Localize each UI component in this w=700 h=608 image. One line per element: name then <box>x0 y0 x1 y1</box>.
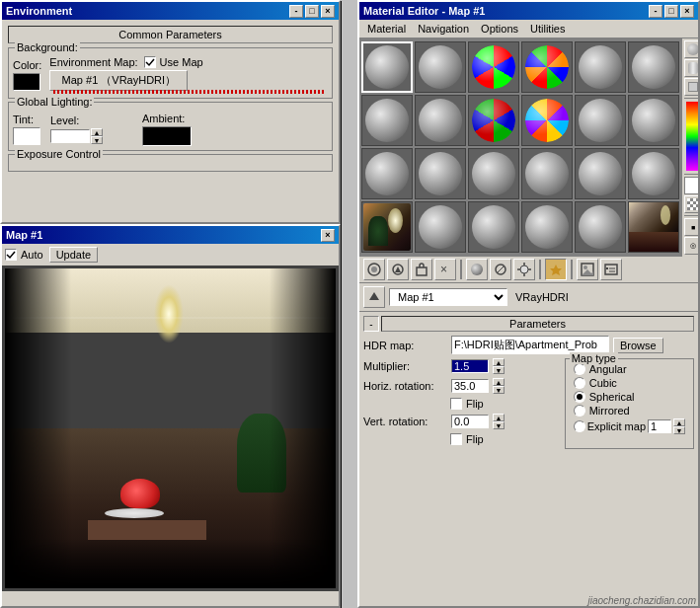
ambient-swatch[interactable] <box>142 126 192 146</box>
multiplier-label: Multiplier: <box>363 360 447 372</box>
angular-radio[interactable] <box>574 363 585 375</box>
mirrored-label: Mirrored <box>589 405 630 417</box>
params-collapse-btn[interactable]: - <box>363 316 379 332</box>
get-material-btn[interactable] <box>363 259 385 280</box>
sphere-cell-3-3[interactable] <box>521 201 573 253</box>
auto-checkbox[interactable] <box>5 249 17 261</box>
menu-utilities[interactable]: Utilities <box>524 21 571 37</box>
sphere-cell-2-5[interactable] <box>628 148 679 199</box>
mat-close-btn[interactable]: × <box>680 5 694 18</box>
reset-btn[interactable]: × <box>434 259 456 280</box>
horiz-up-btn[interactable]: ▲ <box>493 378 505 386</box>
sphere-cell-2-1[interactable] <box>415 148 466 199</box>
sphere-cell-0-0[interactable] <box>361 41 413 93</box>
use-map-checkbox[interactable] <box>144 56 156 68</box>
put-to-scene-btn[interactable] <box>387 259 409 280</box>
menu-material[interactable]: Material <box>361 21 412 37</box>
goto-parent-btn[interactable] <box>363 286 385 308</box>
horiz-rot-input[interactable] <box>451 379 489 393</box>
sphere-cell-1-3[interactable] <box>521 95 573 146</box>
assign-btn[interactable] <box>411 259 432 280</box>
sphere-preview-btn[interactable] <box>684 40 698 58</box>
color-strip[interactable] <box>686 102 699 171</box>
show-map-btn[interactable] <box>577 259 598 280</box>
update-btn[interactable]: Update <box>49 247 98 263</box>
cubic-radio[interactable] <box>574 377 585 389</box>
sphere-cell-2-2[interactable] <box>468 148 519 199</box>
env-minimize-btn[interactable]: - <box>289 5 303 18</box>
level-up-btn[interactable]: ▲ <box>91 128 103 136</box>
sphere-cell-0-3[interactable] <box>521 41 573 93</box>
horiz-down-btn[interactable]: ▼ <box>493 386 505 394</box>
cylinder-preview-btn[interactable] <box>684 59 698 77</box>
vert-rot-input[interactable] <box>451 415 489 428</box>
mult-down-btn[interactable]: ▼ <box>493 366 505 374</box>
box-preview-btn[interactable] <box>684 78 698 96</box>
sphere-cell-0-2[interactable] <box>468 41 519 93</box>
sphere-cell-1-5[interactable] <box>628 95 679 146</box>
sphere-cell-0-5[interactable] <box>628 41 679 93</box>
vert-down-btn[interactable]: ▼ <box>493 421 505 429</box>
env-maximize-btn[interactable]: □ <box>305 5 319 18</box>
sphere-3-1 <box>419 205 462 249</box>
level-spinner: ▲ ▼ <box>91 128 103 144</box>
level-input[interactable]: 1.0 <box>50 129 90 143</box>
backlight-btn[interactable] <box>513 259 535 280</box>
sphere-cell-3-5[interactable] <box>628 201 679 253</box>
env-title-bar: Environment - □ × <box>2 2 339 20</box>
explicit-radio[interactable] <box>574 420 585 432</box>
mat-minimize-btn[interactable]: - <box>649 5 662 18</box>
sphere-cell-1-4[interactable] <box>575 95 626 146</box>
options-btn-1[interactable]: ■ <box>684 218 698 236</box>
svg-text:×: × <box>440 263 447 276</box>
map-close-btn[interactable]: × <box>321 229 335 242</box>
bg-checker-btn[interactable] <box>684 195 698 213</box>
sphere-btn[interactable] <box>466 259 488 280</box>
mat-main-content: Material Navigation Options Utilities <box>359 20 698 606</box>
sphere-cell-1-0[interactable] <box>361 95 413 146</box>
sphere-cell-2-0[interactable] <box>361 148 413 199</box>
highlight-btn[interactable] <box>545 259 567 280</box>
sphere-cell-3-2[interactable] <box>468 201 519 253</box>
sphere-cell-0-1[interactable] <box>415 41 466 93</box>
map-btn[interactable]: Map #1 （VRayHDRI） <box>49 70 188 91</box>
env-close-btn[interactable]: × <box>321 5 335 18</box>
options-btn-2[interactable]: ◎ <box>684 237 698 255</box>
mirrored-radio[interactable] <box>574 405 585 417</box>
sphere-cell-2-4[interactable] <box>575 148 626 199</box>
expl-down-btn[interactable]: ▼ <box>673 426 685 434</box>
flip-checkbox-1[interactable] <box>450 398 462 410</box>
bg-color-swatch[interactable] <box>13 73 40 91</box>
mat-maximize-btn[interactable]: □ <box>664 5 678 18</box>
sphere-cell-1-1[interactable] <box>415 95 466 146</box>
sphere-cell-0-4[interactable] <box>575 41 626 93</box>
sphere-cell-3-1[interactable] <box>415 201 466 253</box>
toolbar-sep-1 <box>460 260 462 279</box>
flip-checkbox-2[interactable] <box>450 433 462 445</box>
menu-options[interactable]: Options <box>475 21 524 37</box>
sphere-cell-2-3[interactable] <box>521 148 573 199</box>
level-down-btn[interactable]: ▼ <box>91 136 103 144</box>
multiplier-input[interactable] <box>451 359 489 373</box>
sample-type-btn[interactable] <box>490 259 511 280</box>
spherical-row: Spherical <box>574 391 685 403</box>
spherical-radio[interactable] <box>574 391 585 403</box>
browse-button[interactable]: Browse <box>613 338 663 353</box>
bg-white-btn[interactable] <box>684 177 698 194</box>
params-left-col: Multiplier: ▲ ▼ Horiz. rotation: <box>363 358 545 449</box>
vert-up-btn[interactable]: ▲ <box>493 414 505 421</box>
params-columns: Multiplier: ▲ ▼ Horiz. rotation: <box>363 358 694 449</box>
menu-navigation[interactable]: Navigation <box>412 21 475 37</box>
params-section: - Parameters HDR map: F:\HDRI贴图\Apartmen… <box>359 312 698 453</box>
explicit-input[interactable] <box>648 419 671 433</box>
map-title: Map #1 <box>6 229 42 241</box>
tint-swatch[interactable] <box>13 127 40 145</box>
expl-up-btn[interactable]: ▲ <box>673 418 685 426</box>
sphere-cell-1-2[interactable] <box>468 95 519 146</box>
sphere-cell-3-4[interactable] <box>575 201 626 253</box>
map-photo-container <box>5 268 336 588</box>
sphere-cell-3-0[interactable] <box>361 201 413 253</box>
mult-up-btn[interactable]: ▲ <box>493 358 505 366</box>
map-name-dropdown[interactable]: Map #1 <box>389 288 507 306</box>
material-id-btn[interactable] <box>600 259 622 280</box>
